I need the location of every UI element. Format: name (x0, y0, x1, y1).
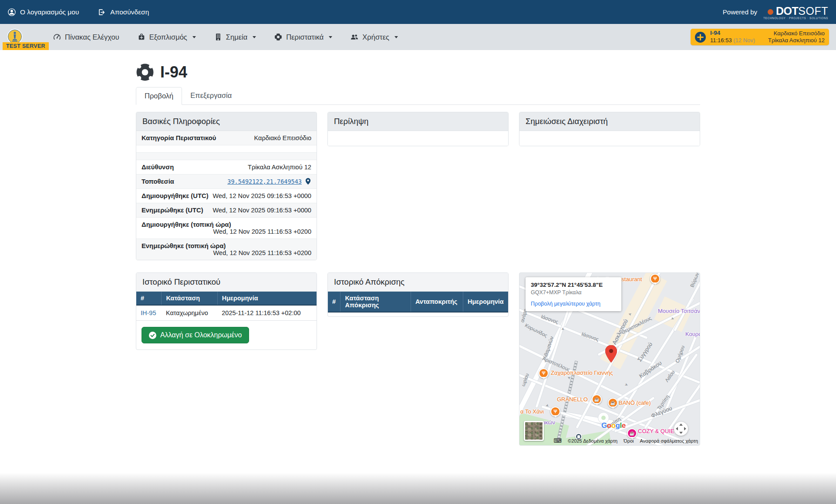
poi-label[interactable]: Κουρα (685, 331, 700, 337)
location-coordinates-link[interactable]: 39.5492122,21.7649543 (227, 178, 302, 185)
poi-pin-restaurant-icon[interactable]: Ψ (550, 407, 560, 417)
powered-by-label: Powered by (723, 8, 757, 16)
street-label: Ιάσονος (581, 331, 600, 342)
table-header-cell: Κατάσταση Απόκρισης (340, 292, 411, 312)
page-title: I-94 (160, 63, 187, 81)
nav-item-label: Εξοπλισμός (149, 33, 187, 41)
response-history-table: #Κατάσταση ΑπόκρισηςΑνταποκριτήςΗμερομην… (328, 292, 508, 312)
one-way-arrow-icon: ➤ (561, 326, 566, 332)
geo-pin-icon (305, 178, 311, 185)
info-row: Δημιουργήθηκε (τοπική ώρα)Wed, 12 Nov 20… (136, 217, 317, 239)
poi-label[interactable]: α Το Χάνι (520, 408, 544, 415)
sign-out-icon (98, 8, 106, 16)
map[interactable]: ➤ ➤ ➤ ➤ ➤ ➤ ΙάσονοςΙάσονοςΚορωνίδοςΑθαμα… (519, 273, 700, 445)
logout-button[interactable]: Αποσύνδεση (98, 8, 149, 16)
admin-notes-card: Σημειώσεις Διαχειριστή (519, 112, 700, 146)
info-row: ΔιεύθυνσηΤρίκαλα Ασκληπιού 12 (136, 160, 317, 174)
basic-info-body: Κατηγορία ΠεριστατικούΚαρδιακό Επεισόδιο… (136, 131, 317, 260)
notification-time: 11:16:53 (710, 37, 732, 44)
info-value: Wed, 12 Nov 2025 11:16:53 +0200 (213, 249, 311, 256)
map-terms-link[interactable]: Όροι (624, 438, 634, 444)
view-edit-tabs: Προβολή Επεξεργασία (136, 87, 700, 105)
page-bottom-gradient (0, 473, 836, 504)
info-row: Ενημερώθηκε (τοπική ώρα)Wed, 12 Nov 2025… (136, 239, 317, 260)
nav-item-incidents[interactable]: Περιστατικά (274, 33, 332, 41)
info-row: Κατηγορία ΠεριστατικούΚαρδιακό Επεισόδιο (136, 131, 317, 145)
google-logo: Google (601, 421, 626, 430)
incident-history-id-link[interactable]: IH-95 (141, 309, 156, 316)
street-label: Κορωνίδος (524, 323, 548, 338)
poi-label[interactable]: Ζαχαροπλαστείο Γιαννής (551, 370, 613, 376)
nav-item-dashboard[interactable]: Πίνακας Ελέγχου (53, 33, 119, 41)
pan-down-icon (679, 432, 683, 434)
one-way-arrow-icon: ➤ (624, 382, 629, 387)
poi-pin-cafe-icon[interactable]: ☕ (608, 398, 618, 408)
info-value: Τρίκαλα Ασκληπιού 12 (248, 164, 311, 171)
change-to-completed-button[interactable]: Αλλαγή σε Ολοκληρωμένο (142, 327, 249, 343)
poi-label[interactable]: GRANELLO (557, 396, 588, 403)
pan-up-icon (679, 423, 683, 426)
active-incident-notification[interactable]: I-94 11:16:53 (12 Nov) Καρδιακό Επεισόδι… (691, 29, 829, 45)
tab-edit[interactable]: Επεξεργασία (182, 87, 240, 105)
poi-label[interactable]: ικών (544, 419, 555, 426)
nav-item-label: Πίνακας Ελέγχου (65, 33, 119, 41)
chevron-down-icon (192, 36, 196, 38)
basic-info-card: Βασικές Πληροφορίες Κατηγορία Περιστατικ… (136, 112, 317, 260)
my-account-button[interactable]: Ο λογαριασμός μου (8, 8, 79, 16)
poi-label[interactable]: BANŌ (cafe) (619, 400, 651, 406)
nav-item-users[interactable]: Χρήστες (351, 33, 398, 41)
summary-body (328, 131, 508, 146)
map-attribution: ⌨ ©2025 Δεδομένα χάρτη Όροι Αναφορά σφάλ… (553, 437, 698, 444)
info-row: Τοποθεσία39.5492122,21.7649543 (136, 174, 317, 188)
table-header-cell: Κατάσταση (162, 292, 217, 305)
chevron-down-icon (253, 36, 256, 38)
response-history-title: Ιστορικό Απόκρισης (328, 273, 508, 292)
nav-menu: Πίνακας Ελέγχου Εξοπλισμός Σημεία Περιστ… (53, 33, 398, 41)
nav-item-label: Χρήστες (362, 33, 389, 41)
change-to-completed-label: Αλλαγή σε Ολοκληρωμένο (160, 331, 242, 339)
poi-pin-restaurant-icon[interactable]: Ψ (650, 274, 660, 284)
nav-item-equipment[interactable]: Εξοπλισμός (138, 33, 196, 41)
poi-label[interactable]: Μουσείο Τσιτσάνη (658, 308, 700, 314)
info-window-coordinates: 39°32'57.2"N 21°45'53.8"E (531, 282, 616, 288)
nav-item-label: Περιστατικά (286, 33, 324, 41)
map-pan-control[interactable] (674, 422, 688, 436)
pan-left-icon (676, 427, 678, 430)
map-card: ➤ ➤ ➤ ➤ ➤ ➤ ΙάσονοςΙάσονοςΚορωνίδοςΑθαμα… (519, 272, 700, 446)
check-circle-icon (149, 332, 156, 339)
map-copyright: ©2025 Δεδομένα χάρτη (568, 438, 617, 444)
top-bar: Ο λογαριασμός μου Αποσύνδεση Powered by … (0, 0, 836, 24)
map-marker-icon[interactable] (605, 345, 617, 363)
keyboard-shortcuts-icon[interactable]: ⌨ (553, 437, 562, 444)
my-account-label: Ο λογαριασμός μου (20, 8, 79, 16)
test-server-badge: TEST SERVER (3, 42, 49, 50)
chevron-down-icon (329, 36, 332, 38)
poi-pin-restaurant-icon[interactable]: Ψ (539, 368, 549, 378)
poi-label[interactable]: COZY & QUIET (638, 428, 678, 434)
poi-pin-cafe-icon[interactable]: ☕ (592, 394, 602, 404)
logout-label: Αποσύνδεση (110, 8, 149, 16)
nav-item-points[interactable]: Σημεία (214, 33, 256, 41)
info-value: Καρδιακό Επεισόδιο (254, 134, 311, 141)
map-info-window: 39°32'57.2"N 21°45'53.8"E GQX7+MXP Τρίκα… (526, 277, 621, 311)
plus-circle-icon (695, 32, 706, 43)
poi-pin-cafe-icon[interactable]: ☕ (627, 428, 637, 438)
incident-history-table: #ΚατάστασηΗμερομηνία IH-95Καταχωρημένο20… (136, 292, 317, 321)
basic-info-title: Βασικές Πληροφορίες (136, 112, 317, 131)
map-report-link[interactable]: Αναφορά σφάλματος χάρτη (640, 438, 698, 444)
incident-history-card: Ιστορικό Περιστατικού #ΚατάστασηΗμερομην… (136, 272, 317, 350)
dotsoft-dot-icon (768, 9, 773, 15)
info-label: Διεύθυνση (142, 164, 174, 171)
dotsoft-logo-dot-text: DOT (776, 5, 798, 17)
satellite-layer-toggle[interactable] (524, 421, 544, 441)
info-value: 39.5492122,21.7649543 (227, 178, 311, 185)
notification-date: (12 Nov) (733, 37, 755, 44)
cell-date: 2025-11-12 11:16:53 +02:00 (217, 305, 317, 321)
nav-item-label: Σημεία (226, 33, 247, 41)
info-label: Δημιουργήθηκε (τοπική ώρα) (142, 221, 231, 228)
view-larger-map-link[interactable]: Προβολή μεγαλύτερου χάρτη (531, 301, 616, 307)
tab-view[interactable]: Προβολή (136, 87, 182, 105)
summary-title: Περίληψη (328, 112, 508, 131)
response-history-card: Ιστορικό Απόκρισης #Κατάσταση ΑπόκρισηςΑ… (327, 272, 509, 317)
info-label: Ενημερώθηκε (τοπική ώρα) (142, 242, 226, 249)
